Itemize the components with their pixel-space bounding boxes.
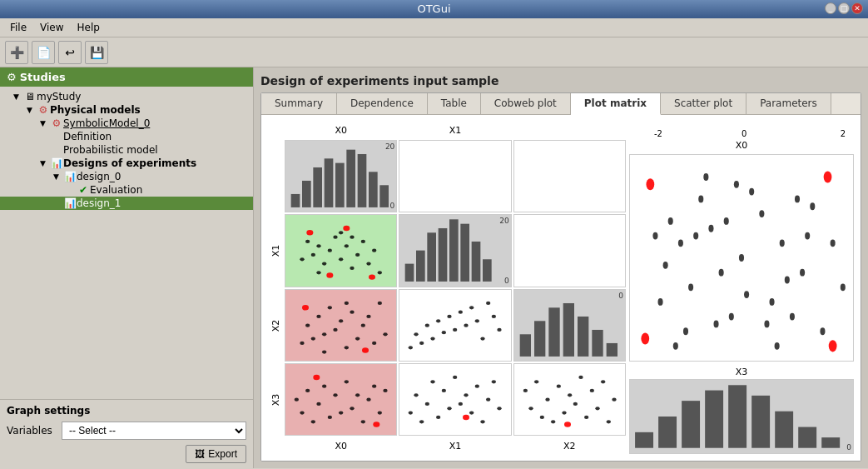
arrow-designs: ▼: [40, 159, 50, 167]
svg-point-170: [795, 196, 800, 203]
svg-point-132: [589, 389, 593, 392]
svg-point-150: [790, 313, 795, 321]
svg-rect-0: [291, 194, 300, 207]
svg-point-120: [523, 389, 527, 392]
svg-rect-183: [798, 427, 816, 448]
row-label-x3: X3: [268, 363, 283, 436]
menu-view[interactable]: View: [33, 20, 70, 35]
svg-point-161: [831, 239, 836, 247]
minimize-button[interactable]: _: [825, 2, 836, 14]
svg-point-30: [326, 273, 333, 278]
tree-node-designs[interactable]: ▼ 📊 Designs of experiments: [0, 157, 253, 170]
plot-cell-x1-x3[interactable]: [399, 363, 511, 436]
svg-point-55: [345, 301, 349, 304]
tab-cobweb[interactable]: Cobweb plot: [481, 93, 571, 114]
svg-point-29: [343, 226, 350, 231]
svg-point-11: [316, 244, 320, 247]
maximize-button[interactable]: □: [838, 2, 850, 14]
svg-point-53: [378, 301, 382, 304]
sidebar: ⚙ Studies ▼ 🖥 myStudy ▼ ⚙ Physical model…: [0, 67, 254, 468]
tab-parameters[interactable]: Parameters: [746, 93, 831, 114]
plot-cell-empty-3: [513, 214, 626, 287]
svg-point-148: [729, 313, 734, 321]
plot-cell-x0-hist[interactable]: 20 0: [285, 140, 397, 212]
variables-select[interactable]: -- Select --: [62, 422, 246, 440]
svg-point-131: [584, 416, 588, 419]
svg-point-110: [453, 376, 457, 379]
tree-node-evaluation[interactable]: ✔ Evaluation: [0, 183, 253, 197]
svg-point-70: [469, 306, 474, 309]
plot-cell-empty-1: [399, 140, 511, 212]
tree-node-physical-models[interactable]: ▼ ⚙ Physical models: [0, 103, 253, 117]
tab-table[interactable]: Table: [428, 93, 481, 114]
symbolic-model-icon: ⚙: [50, 117, 63, 129]
plot-cell-x0-x3[interactable]: [285, 363, 397, 436]
svg-rect-7: [369, 172, 378, 207]
svg-rect-80: [578, 316, 588, 356]
save-button[interactable]: 💾: [85, 41, 108, 64]
svg-rect-34: [439, 228, 448, 282]
plot-cell-x1-x2[interactable]: [399, 289, 511, 362]
tab-summary[interactable]: Summary: [261, 93, 337, 114]
svg-point-94: [355, 393, 360, 397]
designs-label: Designs of experiments: [63, 157, 196, 169]
undo-button[interactable]: ↩: [58, 41, 82, 64]
tree-node-design0[interactable]: ▼ 📊 design_0: [0, 170, 253, 183]
svg-point-164: [785, 277, 790, 284]
plot-cell-x0-x2[interactable]: [285, 289, 397, 362]
col-label-x1-top: X1: [399, 122, 511, 138]
svg-point-130: [578, 376, 583, 379]
symbolic-model-label: SymbolicModel_0: [63, 117, 150, 129]
studies-header: ⚙ Studies: [0, 67, 253, 87]
tree-node-definition[interactable]: Definition: [0, 130, 253, 143]
arrow-physical-models: ▼: [27, 106, 37, 114]
svg-rect-38: [483, 260, 492, 282]
svg-point-40: [305, 323, 310, 327]
svg-point-128: [568, 393, 572, 397]
svg-point-155: [683, 327, 688, 335]
tab-plot-matrix[interactable]: Plot matrix: [571, 93, 661, 115]
export-button[interactable]: 🖼 Export: [186, 445, 246, 463]
svg-point-146: [678, 239, 683, 247]
svg-point-139: [708, 225, 713, 232]
plot-cell-x1-hist[interactable]: 20 0: [399, 214, 511, 287]
x3-histogram[interactable]: 0: [629, 379, 854, 454]
probabilistic-model-label: Probabilistic model: [63, 144, 158, 156]
svg-point-152: [810, 202, 815, 210]
svg-point-105: [425, 402, 429, 406]
svg-point-26: [378, 271, 382, 274]
svg-point-122: [534, 380, 538, 383]
tree-node-mystudy[interactable]: ▼ 🖥 myStudy: [0, 90, 253, 103]
plot-cell-empty-2: [513, 140, 626, 212]
svg-point-169: [703, 173, 708, 181]
svg-point-58: [362, 347, 369, 352]
svg-rect-179: [705, 391, 723, 448]
arrow-mystudy: ▼: [13, 92, 23, 101]
svg-rect-3: [325, 158, 334, 207]
tree-node-symbolic-model[interactable]: ▼ ⚙ SymbolicModel_0: [0, 117, 253, 130]
svg-point-89: [328, 416, 332, 419]
plot-cell-x0-x1[interactable]: [285, 214, 397, 287]
svg-point-126: [556, 384, 560, 387]
svg-point-100: [313, 375, 320, 380]
svg-point-50: [361, 323, 365, 327]
tree-node-probabilistic-model[interactable]: Probabilistic model: [0, 143, 253, 157]
svg-point-149: [749, 188, 754, 196]
close-button[interactable]: ✕: [851, 2, 863, 14]
svg-point-41: [311, 337, 315, 340]
tab-scatter-plot[interactable]: Scatter plot: [661, 93, 746, 114]
open-button[interactable]: 📄: [32, 41, 55, 64]
tab-dependence[interactable]: Dependence: [337, 93, 428, 114]
tree-node-design1[interactable]: 📊 design_1: [0, 197, 253, 210]
menu-file[interactable]: File: [3, 20, 33, 35]
menu-help[interactable]: Help: [71, 20, 107, 35]
new-button[interactable]: ➕: [5, 41, 28, 64]
svg-point-157: [805, 232, 810, 240]
plot-cell-x2-hist[interactable]: 0: [513, 289, 626, 362]
large-scatter-x0-x1[interactable]: 2 0 -2 X1: [629, 154, 854, 362]
plot-cell-x2-x3[interactable]: [513, 363, 626, 436]
designs-icon: 📊: [50, 157, 63, 169]
svg-point-143: [780, 239, 785, 247]
right-top-labels: -2 0 2: [629, 122, 854, 138]
graph-settings-title: Graph settings: [7, 405, 246, 417]
